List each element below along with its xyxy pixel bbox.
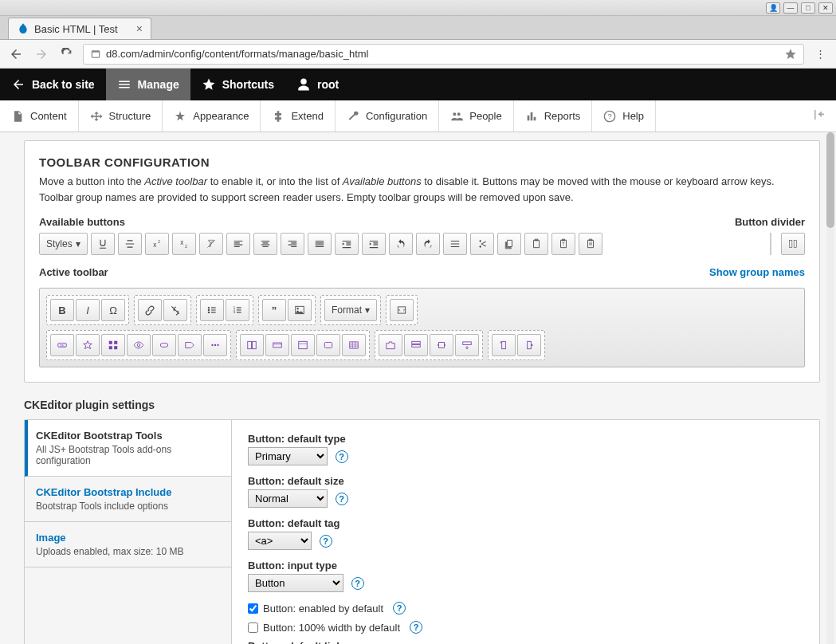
tab-close-icon[interactable]: × — [136, 22, 143, 35]
reload-button[interactable] — [57, 45, 77, 64]
bs-collapse-icon[interactable] — [455, 334, 479, 356]
help-icon[interactable]: ? — [320, 535, 332, 548]
indent-button[interactable] — [362, 233, 386, 255]
toolbar-group[interactable] — [134, 295, 191, 325]
bs-tabs-icon[interactable] — [379, 334, 402, 356]
help-icon[interactable]: ? — [393, 602, 406, 615]
paste-button[interactable] — [524, 233, 548, 255]
vtab-image[interactable]: Image Uploads enabled, max size: 10 MB — [25, 522, 231, 567]
toolbar-group[interactable] — [386, 295, 418, 325]
url-box[interactable]: d8.com/admin/config/content/formats/mana… — [83, 44, 804, 65]
input-type-select[interactable]: Button — [248, 574, 343, 592]
help-icon[interactable]: ? — [336, 493, 348, 505]
paste-text-button[interactable]: T — [551, 233, 575, 255]
horizontal-rule-button[interactable] — [443, 233, 467, 255]
image-button[interactable] — [288, 299, 312, 321]
bs-table-icon[interactable] — [342, 334, 366, 356]
bs-carousel-icon[interactable] — [430, 334, 453, 356]
number-list-button[interactable]: 123 — [226, 299, 249, 321]
nav-structure[interactable]: Structure — [79, 100, 163, 132]
omega-button[interactable]: Ω — [101, 299, 125, 321]
align-justify-button[interactable] — [308, 233, 332, 255]
toolbar-group[interactable]: Format▾ — [320, 295, 381, 325]
toolbar-group[interactable]: 123 — [196, 295, 253, 325]
paste-word-button[interactable]: W — [579, 233, 602, 255]
vtab-bootstrap-include[interactable]: CKEditor Bootstrap Include Bootstrap Too… — [25, 477, 231, 522]
nav-content[interactable]: Content — [0, 100, 79, 132]
browser-menu-icon[interactable]: ⋮ — [810, 45, 830, 64]
back-to-site-link[interactable]: Back to site — [0, 69, 106, 100]
scrollbar-track[interactable] — [826, 132, 834, 644]
bs-col-delete-icon[interactable] — [492, 334, 516, 356]
bs-template-icon[interactable] — [240, 334, 264, 356]
enabled-checkbox[interactable] — [248, 603, 258, 614]
default-size-select[interactable]: Normal — [248, 489, 328, 508]
bookmark-star-icon[interactable] — [784, 48, 797, 61]
nav-reports[interactable]: Reports — [514, 100, 593, 132]
format-dropdown[interactable]: Format▾ — [324, 299, 377, 321]
bs-button-icon[interactable]: OK — [50, 334, 74, 356]
default-tag-select[interactable]: <a> — [248, 532, 312, 550]
toolbar-group[interactable] — [488, 330, 545, 360]
copy-button[interactable] — [497, 233, 521, 255]
bs-breadcrumb-icon[interactable] — [203, 334, 227, 356]
bs-panel-icon[interactable] — [291, 334, 315, 356]
cut-button[interactable] — [470, 233, 494, 255]
outdent-button[interactable] — [335, 233, 359, 255]
close-window-icon[interactable]: ✕ — [818, 2, 833, 14]
user-link[interactable]: root — [285, 69, 350, 100]
toolbar-group[interactable]: OK — [46, 330, 231, 360]
toolbar-group[interactable]: B I Ω — [46, 295, 129, 325]
help-icon[interactable]: ? — [351, 577, 364, 590]
bs-label-icon[interactable] — [178, 334, 202, 356]
shortcuts-link[interactable]: Shortcuts — [190, 69, 285, 100]
show-group-names-link[interactable]: Show group names — [709, 266, 805, 278]
superscript-button[interactable]: x2 — [145, 233, 169, 255]
divider-group-icon[interactable] — [781, 233, 805, 255]
bullet-list-button[interactable] — [200, 299, 224, 321]
help-icon[interactable]: ? — [410, 621, 422, 634]
styles-dropdown[interactable]: Styles▾ — [39, 233, 88, 255]
bs-col-add-icon[interactable] — [517, 334, 541, 356]
remove-format-button[interactable] — [199, 233, 223, 255]
align-left-button[interactable] — [226, 233, 250, 255]
help-icon[interactable]: ? — [336, 450, 348, 463]
unlink-button[interactable] — [163, 299, 187, 321]
nav-configuration[interactable]: Configuration — [336, 100, 439, 132]
align-center-button[interactable] — [253, 233, 277, 255]
link-button[interactable] — [138, 299, 162, 321]
nav-appearance[interactable]: Appearance — [163, 100, 261, 132]
nav-extend[interactable]: Extend — [261, 100, 335, 132]
bs-alert-icon[interactable] — [265, 334, 289, 356]
nav-help[interactable]: ?Help — [592, 100, 656, 132]
source-button[interactable] — [390, 299, 414, 321]
manage-link[interactable]: Manage — [106, 69, 190, 100]
minimize-window-icon[interactable]: — — [783, 2, 798, 14]
vtab-bootstrap-tools[interactable]: CKEditor Bootstrap Tools All JS+ Bootstr… — [25, 420, 231, 477]
browser-tab[interactable]: Basic HTML | Test × — [8, 18, 151, 39]
maximize-window-icon[interactable]: □ — [801, 2, 815, 14]
bs-grid-icon[interactable] — [101, 334, 125, 356]
divider-separator-icon[interactable] — [770, 233, 771, 255]
bs-accordion-icon[interactable] — [404, 334, 428, 356]
fullwidth-checkbox[interactable] — [248, 622, 258, 633]
scrollbar-thumb[interactable] — [826, 132, 834, 228]
bs-badge-icon[interactable] — [152, 334, 176, 356]
underline-button[interactable] — [91, 233, 115, 255]
bs-visible-icon[interactable] — [127, 334, 151, 356]
italic-button[interactable]: I — [76, 299, 100, 321]
default-type-select[interactable]: Primary — [248, 447, 328, 465]
redo-button[interactable] — [416, 233, 440, 255]
subscript-button[interactable]: x2 — [172, 233, 196, 255]
nav-people[interactable]: People — [439, 100, 513, 132]
bold-button[interactable]: B — [50, 299, 74, 321]
back-button[interactable] — [6, 45, 26, 64]
blockquote-button[interactable]: ” — [262, 299, 286, 321]
toolbar-group[interactable] — [236, 330, 370, 360]
undo-button[interactable] — [389, 233, 413, 255]
toolbar-group[interactable]: ” — [258, 295, 316, 325]
bs-well-icon[interactable] — [316, 334, 340, 356]
strike-button[interactable] — [118, 233, 142, 255]
toolbar-group[interactable] — [375, 330, 483, 360]
user-window-icon[interactable]: 👤 — [766, 2, 780, 14]
